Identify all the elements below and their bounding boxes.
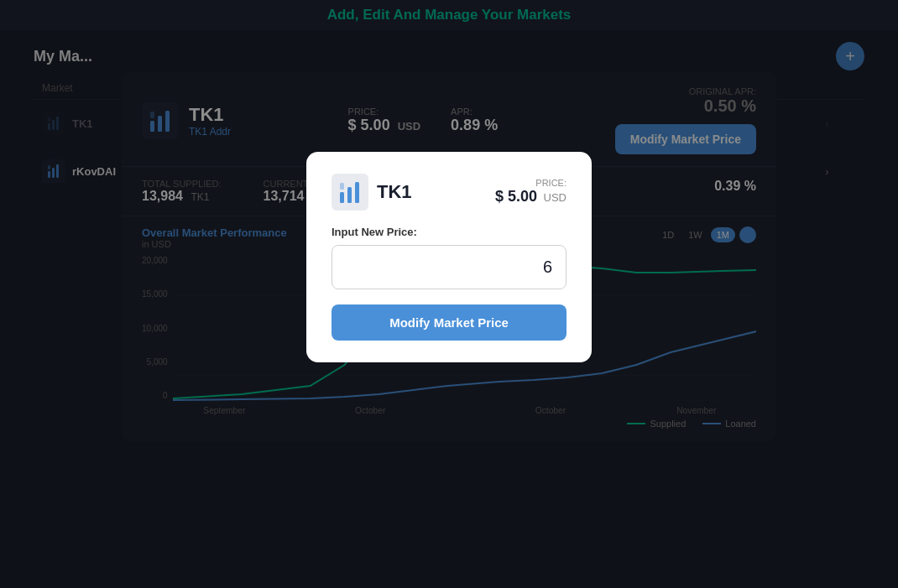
market-detail-modal: TK1 TK1 Addr PRICE: $ 5.00 USD [122, 71, 776, 442]
svg-rect-25 [340, 192, 344, 203]
inner-price-unit: USD [544, 191, 566, 204]
inner-price-value: $ 5.00 [495, 188, 537, 205]
svg-rect-28 [340, 183, 344, 190]
input-new-price-label: Input New Price: [332, 226, 566, 238]
price-input-modal-overlay: TK1 PRICE: $ 5.00 USD Input New Price: [122, 71, 776, 442]
price-input-modal: TK1 PRICE: $ 5.00 USD Input New Price: [306, 152, 592, 362]
svg-rect-27 [355, 182, 359, 203]
inner-modal-token-name: TK1 [377, 181, 412, 203]
inner-modify-market-price-button[interactable]: Modify Market Price [332, 304, 566, 341]
new-price-input[interactable] [332, 245, 566, 289]
inner-price-label: PRICE: [495, 178, 566, 188]
svg-rect-26 [347, 187, 352, 203]
